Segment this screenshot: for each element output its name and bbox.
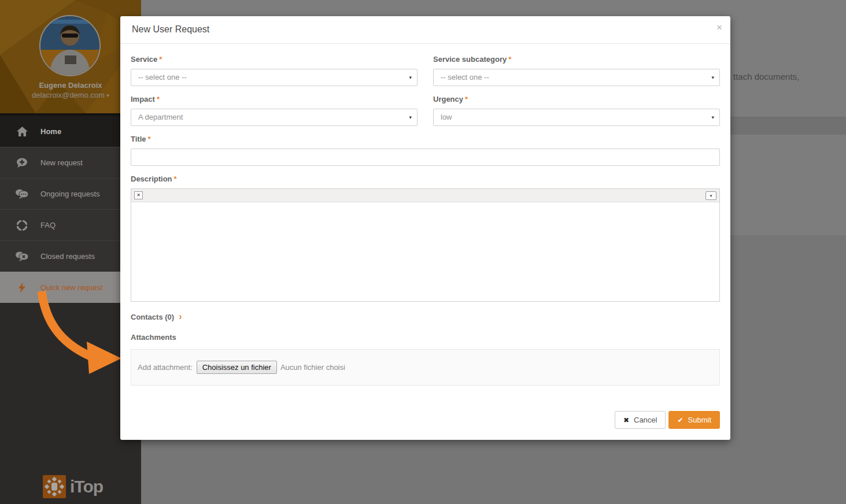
background-partial-text: ttach documents, xyxy=(733,72,799,81)
description-field: Description* ✕ ▾ xyxy=(131,175,720,302)
modal-body: Service* -- select one -- ▾ Service subc… xyxy=(120,44,730,411)
required-asterisk: * xyxy=(508,55,511,64)
submit-button-label: Submit xyxy=(688,416,711,424)
subcategory-field: Service subcategory* -- select one -- ▾ xyxy=(433,55,720,95)
x-mark-icon: ✖ xyxy=(623,416,629,424)
impact-select-value: A department xyxy=(138,113,183,121)
subcategory-select-value: -- select one -- xyxy=(441,73,489,81)
itop-logo-text: iTop xyxy=(70,477,103,496)
faq-icon xyxy=(16,220,28,231)
title-input[interactable] xyxy=(131,149,720,166)
ongoing-requests-icon xyxy=(16,189,28,199)
avatar[interactable] xyxy=(39,15,101,76)
service-select[interactable]: -- select one -- ▾ xyxy=(131,69,418,86)
modal-title: New User Request xyxy=(132,24,209,35)
service-label: Service* xyxy=(131,55,418,64)
editor-toolbar: ✕ ▾ xyxy=(131,189,719,202)
user-email: delacroix@demo.com xyxy=(32,91,105,99)
home-icon xyxy=(16,127,28,136)
chevron-right-icon: › xyxy=(179,312,182,321)
title-field: Title* xyxy=(131,135,720,166)
required-asterisk: * xyxy=(159,55,162,64)
sidebar-item-label: Closed requests xyxy=(40,252,95,261)
modal-footer: ✖ Cancel ✔ Submit xyxy=(120,411,730,440)
urgency-field: Urgency* low ▾ xyxy=(433,95,720,135)
modal-header: New User Request × xyxy=(120,16,730,44)
chevron-down-icon: ▾ xyxy=(409,109,412,125)
file-status: Aucun fichier choisi xyxy=(280,363,345,372)
chevron-down-icon: ▾ xyxy=(711,109,714,125)
cancel-button-label: Cancel xyxy=(634,416,657,424)
impact-label: Impact* xyxy=(131,95,418,103)
required-asterisk: * xyxy=(465,95,468,103)
broken-image-icon: ✕ xyxy=(134,191,143,199)
title-label: Title* xyxy=(131,135,720,143)
quick-request-arrow-annotation xyxy=(22,287,129,379)
urgency-label: Urgency* xyxy=(433,95,720,103)
impact-select[interactable]: A department ▾ xyxy=(131,109,418,126)
required-asterisk: * xyxy=(148,135,151,143)
description-label: Description* xyxy=(131,175,720,183)
required-asterisk: * xyxy=(174,175,177,183)
sidebar-item-label: FAQ xyxy=(40,221,56,229)
choose-file-button[interactable]: Choisissez un fichier xyxy=(197,361,277,374)
toolbar-collapse-button[interactable]: ▾ xyxy=(705,191,716,200)
avatar-photo xyxy=(40,16,99,75)
close-icon[interactable]: × xyxy=(716,22,722,34)
chevron-down-icon: ▾ xyxy=(409,69,412,86)
add-attachment-label: Add attachment: xyxy=(138,363,193,372)
submit-button[interactable]: ✔ Submit xyxy=(668,411,720,429)
sidebar-item-label: Home xyxy=(40,127,61,136)
new-user-request-modal: New User Request × Service* -- select on… xyxy=(120,16,730,440)
urgency-select[interactable]: low ▾ xyxy=(433,109,720,126)
impact-field: Impact* A department ▾ xyxy=(131,95,418,135)
subcategory-select[interactable]: -- select one -- ▾ xyxy=(433,69,720,86)
urgency-select-value: low xyxy=(441,113,452,121)
screen: ttach documents, xyxy=(0,0,846,504)
cancel-button[interactable]: ✖ Cancel xyxy=(615,411,666,429)
chevron-down-icon: ▾ xyxy=(107,92,110,98)
sidebar-item-label: New request xyxy=(40,158,83,167)
itop-logo: iTop xyxy=(43,475,103,498)
required-asterisk: * xyxy=(157,95,160,103)
service-select-value: -- select one -- xyxy=(138,73,187,81)
new-request-icon xyxy=(16,158,28,168)
sidebar-item-label: Ongoing requests xyxy=(40,190,100,198)
check-mark-icon: ✔ xyxy=(677,416,683,424)
chevron-down-icon: ▾ xyxy=(711,69,714,86)
itop-logo-icon xyxy=(43,475,66,498)
service-field: Service* -- select one -- ▾ xyxy=(131,55,418,95)
closed-requests-icon xyxy=(16,251,28,261)
attachments-heading: Attachments xyxy=(131,333,720,342)
description-input[interactable] xyxy=(131,202,719,301)
contacts-label: Contacts (0) xyxy=(131,313,174,321)
contacts-toggle[interactable]: Contacts (0)› xyxy=(131,312,720,322)
subcategory-label: Service subcategory* xyxy=(433,55,720,64)
description-editor: ✕ ▾ xyxy=(131,188,720,302)
attachments-panel: Add attachment: Choisissez un fichier Au… xyxy=(131,349,720,386)
